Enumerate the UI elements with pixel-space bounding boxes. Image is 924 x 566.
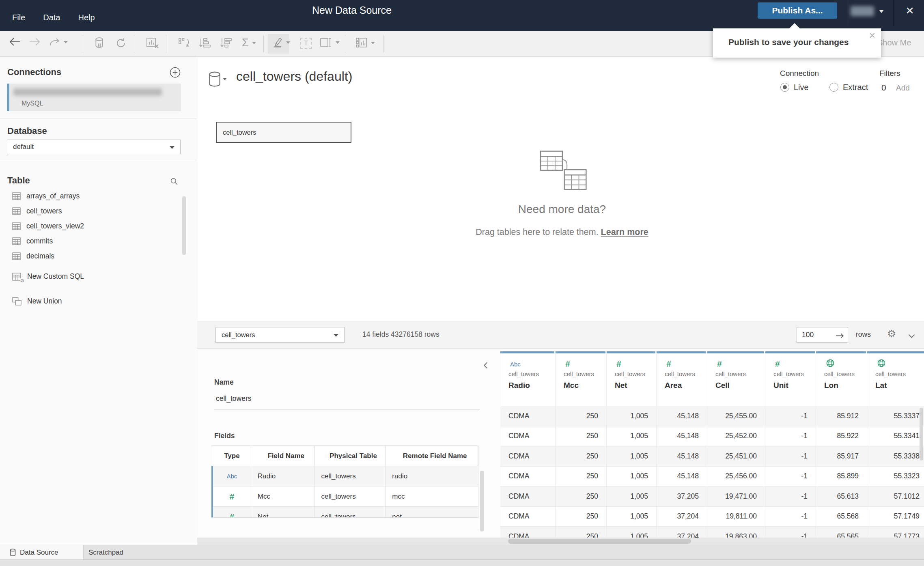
- refresh-button[interactable]: [115, 37, 127, 49]
- caret-down-icon[interactable]: [336, 41, 340, 44]
- apply-arrow-icon[interactable]: [836, 333, 844, 340]
- grid-column-header[interactable]: cell_towersLon: [816, 351, 867, 406]
- collapse-metadata-button[interactable]: [485, 362, 489, 369]
- live-radio[interactable]: [780, 83, 789, 92]
- collapse-grid-button[interactable]: [909, 331, 914, 339]
- remote-field-cell: net: [386, 507, 478, 518]
- grid-cell: 55.3337: [867, 406, 924, 426]
- column-type-icon: #: [616, 359, 656, 369]
- tab-scratchpad-label: Scratchpad: [88, 549, 123, 557]
- table-search-button[interactable]: [170, 177, 178, 187]
- extract-label[interactable]: Extract: [843, 83, 868, 92]
- search-icon: [170, 177, 178, 185]
- grid-column-header[interactable]: #cell_towersUnit: [765, 351, 816, 406]
- caret-down-icon[interactable]: [64, 41, 68, 43]
- grid-column-header[interactable]: cell_towersLat: [867, 351, 924, 406]
- table-header: Table: [7, 175, 30, 186]
- grid-table-select[interactable]: cell_towers: [215, 327, 345, 343]
- clear-sheet-button[interactable]: [146, 37, 159, 49]
- datasource-title[interactable]: cell_towers (default): [236, 69, 352, 84]
- fields-row[interactable]: AbcRadiocell_towersradio: [211, 466, 478, 486]
- caret-down-icon[interactable]: [223, 78, 227, 80]
- caret-down-icon[interactable]: [286, 41, 290, 44]
- table-node-cell-towers[interactable]: cell_towers: [216, 122, 351, 143]
- highlight-button[interactable]: [273, 37, 290, 48]
- account-menu[interactable]: [851, 6, 874, 16]
- fields-table: TypeField NamePhysical TableRemote Field…: [211, 445, 478, 518]
- grid-hscroll-thumb[interactable]: [508, 539, 691, 544]
- grid-column-header[interactable]: #cell_towersNet: [607, 351, 657, 406]
- grid-settings-button[interactable]: ⚙: [887, 328, 896, 340]
- extract-radio[interactable]: [829, 83, 838, 92]
- forward-arrow-icon: [28, 37, 41, 46]
- fields-table-scrollbar[interactable]: [480, 471, 484, 532]
- fields-row[interactable]: #Netcell_towersnet: [211, 507, 478, 518]
- totals-button[interactable]: Σ: [242, 37, 256, 49]
- datasource-icon[interactable]: [208, 71, 221, 88]
- grid-hscroll-track: [197, 538, 924, 545]
- tab-scratchpad[interactable]: Scratchpad: [84, 545, 200, 560]
- grid-column-header[interactable]: #cell_towersMcc: [556, 351, 607, 406]
- text-label-button[interactable]: T: [300, 38, 312, 49]
- publish-tooltip: Publish to save your changes ×: [713, 28, 881, 58]
- table-list-scrollbar[interactable]: [182, 196, 186, 255]
- table-list-item[interactable]: commits: [0, 234, 197, 249]
- grid-cell: -1: [765, 527, 816, 538]
- connection-item[interactable]: MySQL: [7, 84, 181, 111]
- table-list-item[interactable]: cell_towers: [0, 204, 197, 219]
- swap-rows-columns-button[interactable]: [178, 37, 190, 49]
- fit-button[interactable]: [320, 37, 340, 48]
- fields-row[interactable]: #Mcccell_towersmcc: [211, 486, 478, 507]
- table-list-item[interactable]: decimals: [0, 249, 197, 264]
- grid-cell: -1: [765, 426, 816, 447]
- rows-label: rows: [856, 330, 871, 339]
- grid-column-header[interactable]: #cell_towersArea: [657, 351, 707, 406]
- field-name-cell: Mcc: [251, 486, 315, 507]
- physical-table-cell: cell_towers: [315, 466, 386, 486]
- filters-add-link[interactable]: Add: [896, 84, 910, 93]
- caret-down-icon[interactable]: [252, 42, 256, 44]
- menu-file[interactable]: File: [12, 13, 25, 22]
- caret-down-icon[interactable]: [371, 42, 375, 44]
- tab-data-source-label: Data Source: [20, 549, 58, 557]
- show-me-toggle-button[interactable]: [355, 37, 375, 48]
- row-limit-input[interactable]: 100: [797, 327, 848, 343]
- grid-cell: 1,005: [607, 486, 657, 507]
- database-select[interactable]: default: [7, 140, 181, 154]
- chevron-down-icon[interactable]: [879, 10, 884, 13]
- learn-more-link[interactable]: Learn more: [601, 227, 648, 237]
- tooltip-close-icon[interactable]: ×: [869, 29, 875, 42]
- name-value-field[interactable]: cell_towers: [216, 394, 252, 403]
- new-custom-sql[interactable]: ⚙ New Custom SQL: [12, 272, 84, 281]
- custom-sql-icon: ⚙: [12, 273, 23, 281]
- close-window-button[interactable]: ×: [906, 3, 914, 17]
- column-type-icon: #: [565, 359, 606, 369]
- pause-auto-updates-button[interactable]: [94, 37, 104, 49]
- data-grid-header: Abccell_towersRadio#cell_towersMcc#cell_…: [500, 351, 924, 406]
- show-me-label[interactable]: Show Me: [877, 38, 911, 47]
- new-union[interactable]: New Union: [12, 297, 62, 306]
- grid-vscroll-thumb[interactable]: [920, 408, 923, 461]
- menu-help[interactable]: Help: [78, 13, 95, 22]
- sort-ascending-button[interactable]: [199, 37, 211, 48]
- datasource-pause-icon: [94, 37, 104, 49]
- add-connection-button[interactable]: [170, 67, 181, 80]
- undo-button[interactable]: [9, 37, 21, 46]
- live-label[interactable]: Live: [794, 83, 809, 92]
- table-icon: [12, 252, 21, 260]
- publish-as-button[interactable]: Publish As...: [758, 2, 837, 19]
- grid-column-header[interactable]: Abccell_towersRadio: [500, 351, 556, 406]
- redo-button[interactable]: [28, 37, 41, 46]
- tab-data-source[interactable]: Data Source: [0, 545, 84, 560]
- grid-column-header[interactable]: #cell_towersCell: [707, 351, 765, 406]
- field-type-cell: Abc: [213, 466, 251, 486]
- sigma-icon: Σ: [242, 37, 249, 49]
- replay-button[interactable]: [49, 37, 68, 47]
- table-list-item[interactable]: cell_towers_view2: [0, 219, 197, 234]
- sort-descending-button[interactable]: [220, 37, 232, 48]
- menu-data[interactable]: Data: [43, 13, 60, 22]
- table-list-item[interactable]: arrays_of_arrays: [0, 189, 197, 204]
- column-name: Unit: [773, 381, 816, 390]
- back-arrow-icon: [9, 37, 21, 46]
- grid-cell: 37,204: [657, 507, 707, 527]
